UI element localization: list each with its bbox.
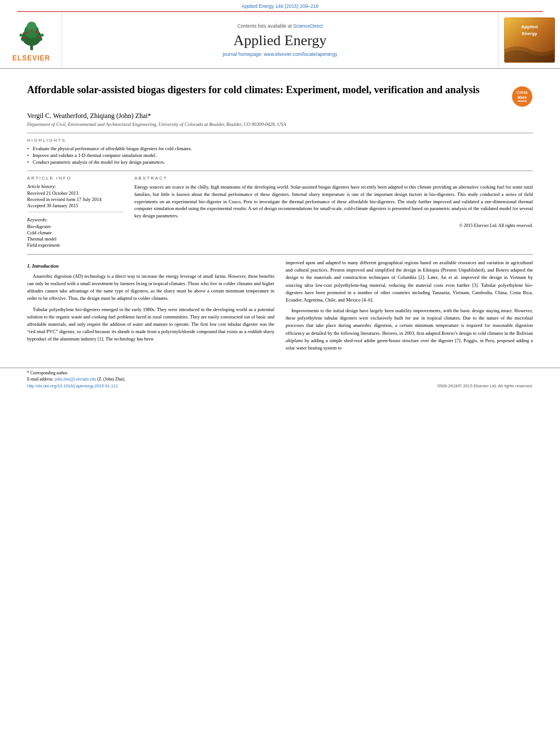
contents-line: Contents lists available at ScienceDirec…: [237, 23, 322, 29]
elsevier-logo-box: ELSEVIER: [12, 19, 51, 62]
journal-header-center: Contents lists available at ScienceDirec…: [62, 12, 498, 68]
article-history-label: Article history:: [27, 184, 123, 189]
abstract-section: ABSTRACT Energy sources are scarce in th…: [134, 176, 533, 248]
body-left-column: 1. Introduction Anaerobic digestion (AD)…: [27, 259, 274, 355]
title-section: Affordable solar-assisted biogas digeste…: [27, 84, 533, 108]
highlight-item-3: Conduct parametric analysis of the model…: [27, 159, 533, 165]
highlight-item-1: Evaluate the physical performance of aff…: [27, 146, 533, 151]
applied-energy-logo-image: Applied Energy: [505, 18, 554, 62]
article-info-label: ARTICLE INFO: [27, 176, 123, 181]
main-content: Affordable solar-assisted biogas digeste…: [0, 69, 560, 362]
accepted-date: Accepted 30 January 2015: [27, 203, 123, 208]
applied-energy-logo-section: Applied Energy: [498, 12, 560, 68]
divider-after-affiliation: [27, 133, 533, 133]
footer-issn: 0306-2619/© 2015 Elsevier Ltd. All right…: [438, 383, 533, 388]
corresponding-author-note: * Corresponding author.: [27, 370, 533, 375]
svg-point-12: [38, 36, 40, 37]
svg-text:Cross: Cross: [517, 90, 528, 94]
right-para-1: improved upon and adapted to many differ…: [286, 259, 533, 304]
right-para-2: Improvements to the initial design have …: [286, 307, 533, 352]
intro-para-1: Anaerobic digestion (AD) technology is a…: [27, 273, 274, 303]
section-1-heading: 1. Introduction: [27, 263, 274, 270]
highlight-item-2: Improve and validate a 1-D thermal compu…: [27, 152, 533, 158]
keywords-divider: [27, 212, 123, 212]
keyword-3: Thermal model: [27, 236, 123, 242]
author-email[interactable]: john.zhai@colorado.edu: [55, 377, 97, 382]
svg-text:Mark: Mark: [518, 95, 527, 99]
keyword-4: Field experiment: [27, 242, 123, 248]
svg-point-11: [23, 37, 25, 38]
article-info-abstract-section: ARTICLE INFO Article history: Received 2…: [27, 171, 533, 248]
article-info: ARTICLE INFO Article history: Received 2…: [27, 176, 123, 248]
applied-energy-logo: Applied Energy: [504, 18, 555, 63]
author-asterisk: *: [148, 112, 151, 120]
highlights-section: HIGHLIGHTS Evaluate the physical perform…: [27, 138, 533, 165]
body-two-columns: 1. Introduction Anaerobic digestion (AD)…: [27, 259, 533, 355]
crossmark-badge[interactable]: Cross Mark: [511, 86, 533, 108]
received-date: Received 21 October 2013: [27, 190, 123, 196]
footer-bottom: http://dx.doi.org/10.1016/j.apenergy.201…: [27, 383, 533, 388]
elsevier-tree-icon: [12, 19, 51, 53]
revised-date: Received in revised form 17 July 2014: [27, 196, 123, 202]
highlights-label: HIGHLIGHTS: [27, 138, 533, 143]
email-note: E-mail address: john.zhai@colorado.edu (…: [27, 377, 533, 382]
page: Applied Energy 146 (2015) 209–216: [0, 0, 560, 747]
sciencedirect-link[interactable]: ScienceDirect: [293, 23, 322, 29]
keyword-2: Cold climate: [27, 230, 123, 235]
journal-header: ELSEVIER Contents lists available at Sci…: [0, 12, 560, 69]
svg-text:Applied: Applied: [521, 24, 537, 29]
svg-point-7: [41, 33, 43, 36]
svg-point-6: [19, 33, 22, 36]
body-divider: [27, 254, 533, 255]
footer-section: * Corresponding author. E-mail address: …: [0, 368, 560, 388]
elsevier-label: ELSEVIER: [12, 54, 50, 62]
elsevier-logo-section: ELSEVIER: [0, 12, 62, 68]
crossmark-icon: Cross Mark: [511, 86, 533, 107]
body-right-column: improved upon and adapted to many differ…: [286, 259, 533, 355]
authors: Vergil C. Weatherford, Zhiqiang (John) Z…: [27, 112, 533, 120]
journal-reference: Applied Energy 146 (2015) 209–216: [0, 0, 560, 11]
intro-para-2: Tubular polyethylene bio-digesters emerg…: [27, 306, 274, 343]
svg-point-8: [25, 32, 28, 34]
journal-title: Applied Energy: [234, 32, 327, 49]
svg-point-9: [35, 30, 37, 33]
journal-homepage: journal homepage: www.elsevier.com/locat…: [222, 51, 337, 57]
svg-text:Energy: Energy: [522, 31, 537, 36]
keywords-label: Keywords:: [27, 217, 123, 222]
affiliation: Department of Civil, Environmental and A…: [27, 121, 533, 127]
copyright-line: © 2015 Elsevier Ltd. All rights reserved…: [134, 223, 533, 228]
svg-point-10: [30, 29, 32, 30]
abstract-text: Energy sources are scarce in the chilly,…: [134, 184, 533, 220]
abstract-label: ABSTRACT: [134, 176, 533, 181]
paper-title: Affordable solar-assisted biogas digeste…: [27, 84, 500, 97]
doi-link[interactable]: http://dx.doi.org/10.1016/j.apenergy.201…: [27, 383, 118, 388]
keyword-1: Bio-digester: [27, 224, 123, 229]
